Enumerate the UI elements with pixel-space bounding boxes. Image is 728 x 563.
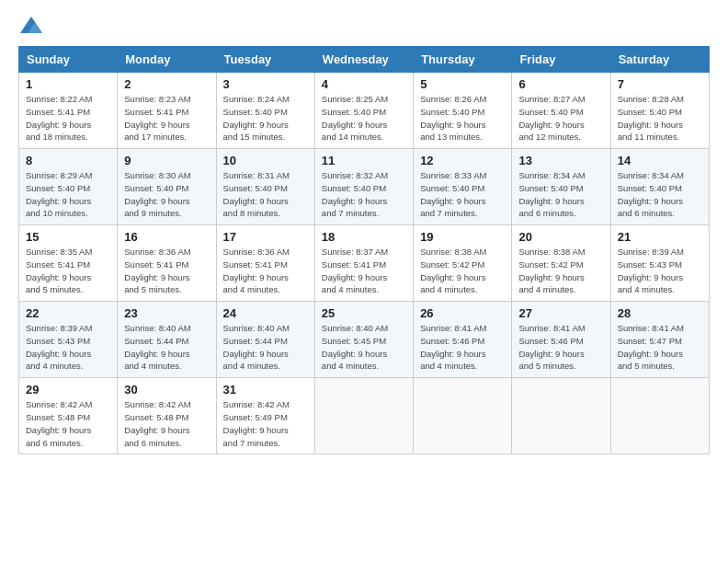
page-header <box>18 15 710 37</box>
day-number: 5 <box>420 77 505 91</box>
day-detail: Sunrise: 8:29 AM Sunset: 5:40 PM Dayligh… <box>26 169 110 220</box>
day-detail: Sunrise: 8:34 AM Sunset: 5:40 PM Dayligh… <box>518 169 603 220</box>
day-cell: 29 Sunrise: 8:42 AM Sunset: 5:48 PM Dayl… <box>19 378 118 454</box>
day-cell: 26 Sunrise: 8:41 AM Sunset: 5:46 PM Dayl… <box>414 302 512 378</box>
day-cell: 19 Sunrise: 8:38 AM Sunset: 5:42 PM Dayl… <box>414 225 512 302</box>
day-cell <box>414 378 512 454</box>
day-cell: 20 Sunrise: 8:38 AM Sunset: 5:42 PM Dayl… <box>512 225 610 302</box>
calendar-table: SundayMondayTuesdayWednesdayThursdayFrid… <box>18 46 710 454</box>
day-number: 27 <box>518 306 603 320</box>
day-number: 23 <box>124 306 209 320</box>
day-detail: Sunrise: 8:36 AM Sunset: 5:41 PM Dayligh… <box>223 246 308 296</box>
day-detail: Sunrise: 8:28 AM Sunset: 5:40 PM Dayligh… <box>618 93 702 144</box>
day-cell: 4 Sunrise: 8:25 AM Sunset: 5:40 PM Dayli… <box>314 73 413 149</box>
day-number: 16 <box>124 230 209 244</box>
header-friday: Friday <box>512 47 610 73</box>
day-cell: 25 Sunrise: 8:40 AM Sunset: 5:45 PM Dayl… <box>314 302 413 378</box>
day-cell: 22 Sunrise: 8:39 AM Sunset: 5:43 PM Dayl… <box>19 302 118 378</box>
day-cell: 1 Sunrise: 8:22 AM Sunset: 5:41 PM Dayli… <box>19 73 118 149</box>
day-detail: Sunrise: 8:27 AM Sunset: 5:40 PM Dayligh… <box>518 93 603 144</box>
day-number: 26 <box>420 306 505 320</box>
logo-icon <box>18 15 44 37</box>
day-detail: Sunrise: 8:42 AM Sunset: 5:48 PM Dayligh… <box>26 398 110 449</box>
day-detail: Sunrise: 8:41 AM Sunset: 5:46 PM Dayligh… <box>518 322 603 373</box>
header-thursday: Thursday <box>414 47 512 73</box>
day-cell: 12 Sunrise: 8:33 AM Sunset: 5:40 PM Dayl… <box>414 149 512 225</box>
day-number: 11 <box>322 154 406 167</box>
day-cell: 28 Sunrise: 8:41 AM Sunset: 5:47 PM Dayl… <box>610 302 709 378</box>
day-number: 29 <box>26 383 110 396</box>
day-number: 31 <box>223 383 308 396</box>
day-number: 17 <box>223 230 308 244</box>
day-detail: Sunrise: 8:42 AM Sunset: 5:48 PM Dayligh… <box>124 398 209 449</box>
calendar-body: 1 Sunrise: 8:22 AM Sunset: 5:41 PM Dayli… <box>19 73 710 454</box>
day-cell: 24 Sunrise: 8:40 AM Sunset: 5:44 PM Dayl… <box>216 302 314 378</box>
day-detail: Sunrise: 8:38 AM Sunset: 5:42 PM Dayligh… <box>420 246 505 296</box>
week-row-2: 8 Sunrise: 8:29 AM Sunset: 5:40 PM Dayli… <box>19 149 710 225</box>
header-row: SundayMondayTuesdayWednesdayThursdayFrid… <box>19 47 710 73</box>
day-number: 25 <box>322 306 406 320</box>
day-detail: Sunrise: 8:38 AM Sunset: 5:42 PM Dayligh… <box>518 246 603 296</box>
day-cell: 18 Sunrise: 8:37 AM Sunset: 5:41 PM Dayl… <box>314 225 413 302</box>
day-cell: 7 Sunrise: 8:28 AM Sunset: 5:40 PM Dayli… <box>610 73 709 149</box>
day-cell: 3 Sunrise: 8:24 AM Sunset: 5:40 PM Dayli… <box>216 73 314 149</box>
day-detail: Sunrise: 8:42 AM Sunset: 5:49 PM Dayligh… <box>223 398 308 449</box>
day-cell: 31 Sunrise: 8:42 AM Sunset: 5:49 PM Dayl… <box>216 378 314 454</box>
day-detail: Sunrise: 8:40 AM Sunset: 5:44 PM Dayligh… <box>223 322 308 373</box>
day-cell: 15 Sunrise: 8:35 AM Sunset: 5:41 PM Dayl… <box>19 225 118 302</box>
header-tuesday: Tuesday <box>216 47 314 73</box>
calendar-header: SundayMondayTuesdayWednesdayThursdayFrid… <box>19 47 710 73</box>
week-row-1: 1 Sunrise: 8:22 AM Sunset: 5:41 PM Dayli… <box>19 73 710 149</box>
day-detail: Sunrise: 8:36 AM Sunset: 5:41 PM Dayligh… <box>124 246 209 296</box>
day-detail: Sunrise: 8:26 AM Sunset: 5:40 PM Dayligh… <box>420 93 505 144</box>
day-cell <box>610 378 709 454</box>
day-detail: Sunrise: 8:40 AM Sunset: 5:44 PM Dayligh… <box>124 322 209 373</box>
day-detail: Sunrise: 8:39 AM Sunset: 5:43 PM Dayligh… <box>26 322 110 373</box>
day-cell: 6 Sunrise: 8:27 AM Sunset: 5:40 PM Dayli… <box>512 73 610 149</box>
day-number: 20 <box>518 230 603 244</box>
day-detail: Sunrise: 8:30 AM Sunset: 5:40 PM Dayligh… <box>124 169 209 220</box>
day-number: 14 <box>618 154 702 167</box>
day-cell: 23 Sunrise: 8:40 AM Sunset: 5:44 PM Dayl… <box>118 302 216 378</box>
day-number: 19 <box>420 230 505 244</box>
week-row-4: 22 Sunrise: 8:39 AM Sunset: 5:43 PM Dayl… <box>19 302 710 378</box>
day-number: 28 <box>618 306 702 320</box>
day-detail: Sunrise: 8:31 AM Sunset: 5:40 PM Dayligh… <box>223 169 308 220</box>
day-number: 3 <box>223 77 308 91</box>
day-cell: 17 Sunrise: 8:36 AM Sunset: 5:41 PM Dayl… <box>216 225 314 302</box>
day-number: 15 <box>26 230 110 244</box>
day-cell <box>314 378 413 454</box>
day-cell: 13 Sunrise: 8:34 AM Sunset: 5:40 PM Dayl… <box>512 149 610 225</box>
day-detail: Sunrise: 8:24 AM Sunset: 5:40 PM Dayligh… <box>223 93 308 144</box>
day-number: 10 <box>223 154 308 167</box>
day-cell: 9 Sunrise: 8:30 AM Sunset: 5:40 PM Dayli… <box>118 149 216 225</box>
day-cell: 2 Sunrise: 8:23 AM Sunset: 5:41 PM Dayli… <box>118 73 216 149</box>
day-detail: Sunrise: 8:35 AM Sunset: 5:41 PM Dayligh… <box>26 246 110 296</box>
day-cell: 5 Sunrise: 8:26 AM Sunset: 5:40 PM Dayli… <box>414 73 512 149</box>
day-detail: Sunrise: 8:22 AM Sunset: 5:41 PM Dayligh… <box>26 93 110 144</box>
header-monday: Monday <box>118 47 216 73</box>
day-cell: 11 Sunrise: 8:32 AM Sunset: 5:40 PM Dayl… <box>314 149 413 225</box>
day-cell <box>512 378 610 454</box>
day-number: 1 <box>26 77 110 91</box>
day-detail: Sunrise: 8:41 AM Sunset: 5:46 PM Dayligh… <box>420 322 505 373</box>
header-saturday: Saturday <box>610 47 709 73</box>
day-number: 6 <box>518 77 603 91</box>
day-number: 8 <box>26 154 110 167</box>
day-detail: Sunrise: 8:37 AM Sunset: 5:41 PM Dayligh… <box>322 246 406 296</box>
day-cell: 10 Sunrise: 8:31 AM Sunset: 5:40 PM Dayl… <box>216 149 314 225</box>
day-number: 7 <box>618 77 702 91</box>
logo <box>18 15 48 37</box>
day-detail: Sunrise: 8:25 AM Sunset: 5:40 PM Dayligh… <box>322 93 406 144</box>
day-cell: 27 Sunrise: 8:41 AM Sunset: 5:46 PM Dayl… <box>512 302 610 378</box>
day-cell: 8 Sunrise: 8:29 AM Sunset: 5:40 PM Dayli… <box>19 149 118 225</box>
day-number: 24 <box>223 306 308 320</box>
day-number: 4 <box>322 77 406 91</box>
day-cell: 30 Sunrise: 8:42 AM Sunset: 5:48 PM Dayl… <box>118 378 216 454</box>
day-number: 12 <box>420 154 505 167</box>
day-detail: Sunrise: 8:32 AM Sunset: 5:40 PM Dayligh… <box>322 169 406 220</box>
week-row-3: 15 Sunrise: 8:35 AM Sunset: 5:41 PM Dayl… <box>19 225 710 302</box>
day-cell: 16 Sunrise: 8:36 AM Sunset: 5:41 PM Dayl… <box>118 225 216 302</box>
day-cell: 21 Sunrise: 8:39 AM Sunset: 5:43 PM Dayl… <box>610 225 709 302</box>
week-row-5: 29 Sunrise: 8:42 AM Sunset: 5:48 PM Dayl… <box>19 378 710 454</box>
